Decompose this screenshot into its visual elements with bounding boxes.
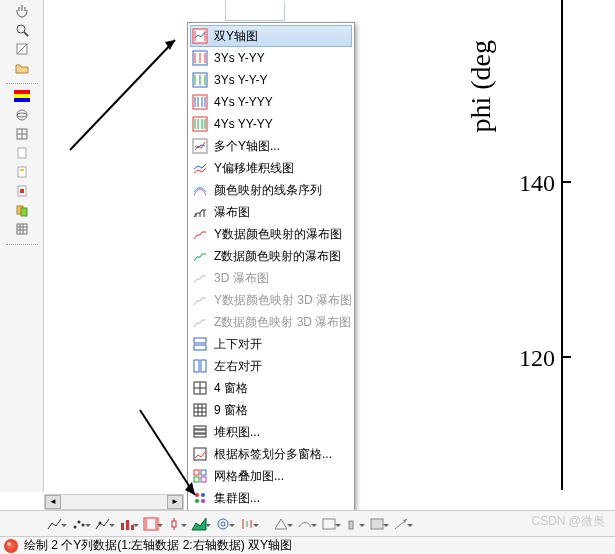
vert-panel-icon	[192, 336, 208, 352]
menu-label: 3Ys Y-Y-Y	[214, 73, 268, 87]
menu-item-3ys-yyy2[interactable]: 3Ys Y-Y-Y	[190, 69, 352, 91]
menu-item-horiz-panel[interactable]: 左右对开	[190, 355, 352, 377]
menu-item-stack[interactable]: 堆积图...	[190, 421, 352, 443]
svg-rect-10	[20, 169, 24, 171]
bottom-plot-toolbar	[0, 510, 615, 536]
color-palette-icon[interactable]	[13, 87, 31, 105]
menu-item-double-y[interactable]: 双Y轴图	[190, 25, 352, 47]
svg-point-3	[17, 110, 27, 120]
waterfall-z-icon	[192, 248, 208, 264]
menu-item-waterfall-y[interactable]: Y数据颜色映射的瀑布图	[190, 223, 352, 245]
menu-item-colormap-lines[interactable]: 颜色映射的线条序列	[190, 179, 352, 201]
quad-y-icon	[192, 94, 208, 110]
multi-y-icon	[192, 138, 208, 154]
scroll-left-button[interactable]: ◄	[45, 495, 61, 509]
globe-icon[interactable]	[13, 106, 31, 124]
menu-item-waterfall-z[interactable]: Z数据颜色映射的瀑布图	[190, 245, 352, 267]
menu-item-4ys-yyyy[interactable]: 4Ys Y-YYY	[190, 91, 352, 113]
menu-item-3d-waterfall-y: Y数据颜色映射 3D 瀑布图	[190, 289, 352, 311]
svg-marker-53	[185, 482, 195, 495]
menu-label: 3D 瀑布图	[214, 270, 269, 287]
svg-rect-12	[20, 189, 24, 193]
3d-bar-button[interactable]	[342, 514, 364, 534]
3d-wire-button[interactable]	[318, 514, 340, 534]
svg-point-65	[218, 519, 228, 529]
left-toolbar	[0, 0, 44, 492]
menu-label: 4Ys YY-YY	[214, 117, 273, 131]
line-symbol-button[interactable]	[92, 514, 114, 534]
yellow-green-icon[interactable]	[13, 201, 31, 219]
menu-item-grid-stack[interactable]: 网格叠加图...	[190, 465, 352, 487]
triple-y-icon	[192, 50, 208, 66]
svg-rect-58	[121, 523, 124, 530]
folder-icon[interactable]	[13, 59, 31, 77]
y-tick-140: 140	[519, 170, 555, 197]
page-red-icon[interactable]	[13, 182, 31, 200]
menu-item-9panel[interactable]: 9 窗格	[190, 399, 352, 421]
menu-item-offset-stack[interactable]: Y偏移堆积线图	[190, 157, 352, 179]
column-plot-button[interactable]	[116, 514, 138, 534]
status-bar: 绘制 2 个Y列数据(1:左轴数据 2:右轴数据) 双Y轴图	[0, 536, 615, 554]
y-axis-label: phi (deg	[465, 40, 497, 133]
scatter-plot-button[interactable]	[68, 514, 90, 534]
3d-surface-button[interactable]	[294, 514, 316, 534]
table-grid-icon[interactable]	[13, 220, 31, 238]
triple-y2-icon	[192, 72, 208, 88]
page-data-icon[interactable]	[13, 163, 31, 181]
page-empty-icon[interactable]	[13, 144, 31, 162]
stock-plot-button[interactable]	[236, 514, 258, 534]
waterfall-3d-icon	[192, 270, 208, 286]
menu-label: 瀑布图	[214, 204, 250, 221]
image-plot-button[interactable]	[366, 514, 388, 534]
svg-rect-59	[126, 520, 129, 530]
menu-item-4panel[interactable]: 4 窗格	[190, 377, 352, 399]
menu-item-3d-waterfall-z: Z数据颜色映射 3D 瀑布图	[190, 311, 352, 333]
menu-item-cluster[interactable]: 集群图...	[190, 487, 352, 509]
svg-rect-9	[18, 167, 26, 177]
waterfall-icon	[192, 204, 208, 220]
svg-rect-14	[21, 208, 27, 216]
vector-plot-button[interactable]	[390, 514, 412, 534]
menu-item-trellis[interactable]: 根据标签划分多窗格...	[190, 443, 352, 465]
zoom-tool-icon[interactable]	[13, 21, 31, 39]
menu-label: 根据标签划分多窗格...	[214, 446, 332, 463]
svg-rect-62	[172, 521, 176, 527]
menu-label: Z数据颜色映射 3D 瀑布图	[214, 314, 351, 331]
menu-item-vert-panel[interactable]: 上下对开	[190, 333, 352, 355]
svg-point-0	[17, 25, 25, 33]
horizontal-scrollbar[interactable]: ◄ ►	[44, 494, 184, 510]
svg-line-1	[24, 32, 28, 36]
rescale-icon[interactable]	[13, 40, 31, 58]
multi-y-plot-menu: 双Y轴图 3Ys Y-YY 3Ys Y-Y-Y 4Ys Y-YYY 4Ys YY…	[187, 22, 355, 512]
svg-rect-26	[194, 338, 206, 343]
grid-window-icon[interactable]	[13, 125, 31, 143]
menu-item-3ys-yyy[interactable]: 3Ys Y-YY	[190, 47, 352, 69]
menu-item-waterfall[interactable]: 瀑布图	[190, 201, 352, 223]
watermark-text: CSDN @微奥	[531, 513, 605, 530]
3d-scatter-button[interactable]	[270, 514, 292, 534]
menu-item-multi-y[interactable]: 多个Y轴图...	[190, 135, 352, 157]
svg-point-55	[78, 520, 81, 523]
multi-y-button[interactable]	[140, 514, 162, 534]
svg-point-54	[74, 525, 77, 528]
menu-label: 3Ys Y-YY	[214, 51, 265, 65]
menu-label: 左右对开	[214, 358, 262, 375]
svg-rect-71	[349, 521, 353, 529]
line-plot-button[interactable]	[44, 514, 66, 534]
menu-label: Y数据颜色映射的瀑布图	[214, 226, 342, 243]
colormap-lines-icon	[192, 182, 208, 198]
menu-item-4ys-yyyy2[interactable]: 4Ys YY-YY	[190, 113, 352, 135]
contour-plot-button[interactable]	[212, 514, 234, 534]
svg-point-56	[82, 523, 85, 526]
window-fragment	[225, 1, 285, 21]
svg-line-52	[140, 410, 195, 495]
area-plot-button[interactable]	[188, 514, 210, 534]
scroll-right-button[interactable]: ►	[167, 495, 183, 509]
box-plot-button[interactable]	[164, 514, 186, 534]
status-indicator-icon	[4, 539, 18, 553]
svg-point-4	[17, 113, 27, 117]
svg-rect-27	[194, 345, 206, 350]
tick-mark	[561, 181, 571, 183]
waterfall-y-icon	[192, 226, 208, 242]
pan-tool-icon[interactable]	[13, 2, 31, 20]
